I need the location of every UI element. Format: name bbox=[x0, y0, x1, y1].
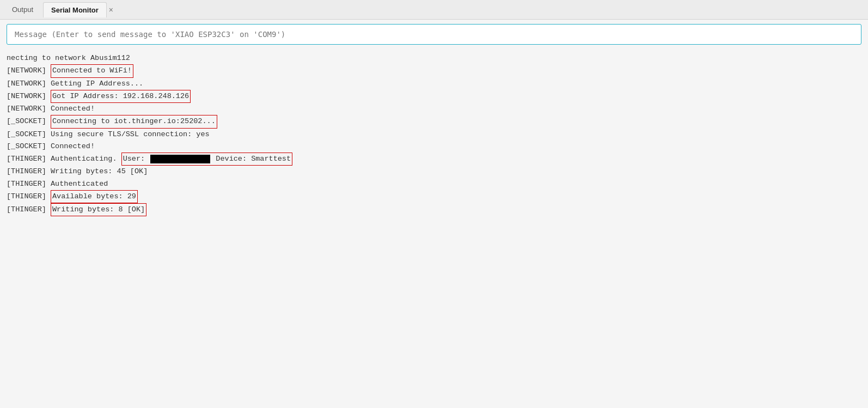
console-line: [NETWORK] Connected! bbox=[7, 103, 861, 115]
tab-output[interactable]: Output bbox=[4, 2, 41, 17]
console-line: [_SOCKET] Using secure TLS/SSL connectio… bbox=[7, 129, 861, 141]
tab-bar: Output Serial Monitor × bbox=[0, 0, 868, 20]
tab-serial-monitor-wrapper: Serial Monitor × bbox=[43, 2, 113, 17]
message-input[interactable] bbox=[7, 24, 861, 45]
highlight-authenticating: User: Device: Smarttest bbox=[121, 153, 292, 166]
console-line: [_SOCKET] Connecting to iot.thinger.io:2… bbox=[7, 115, 861, 128]
console-line: [THINGER] Writing bytes: 45 [OK] bbox=[7, 166, 861, 178]
console-line: necting to network Abusim112 bbox=[7, 52, 861, 64]
console-output: necting to network Abusim112 [NETWORK] C… bbox=[0, 49, 868, 408]
highlight-connecting-socket: Connecting to iot.thinger.io:25202... bbox=[51, 115, 217, 128]
message-input-container bbox=[0, 20, 868, 49]
console-line: [NETWORK] Got IP Address: 192.168.248.12… bbox=[7, 90, 861, 103]
tab-serial-monitor[interactable]: Serial Monitor bbox=[43, 2, 107, 17]
console-line: [THINGER] Authenticating. User: Device: … bbox=[7, 153, 861, 166]
highlight-ip-address: Got IP Address: 192.168.248.126 bbox=[51, 90, 191, 103]
console-line: [_SOCKET] Connected! bbox=[7, 141, 861, 153]
close-tab-icon[interactable]: × bbox=[109, 6, 113, 14]
console-line: [NETWORK] Connected to WiFi! bbox=[7, 64, 861, 77]
highlight-connected-wifi: Connected to WiFi! bbox=[51, 64, 133, 77]
console-line: [NETWORK] Getting IP Address... bbox=[7, 78, 861, 90]
highlight-writing-bytes: Writing bytes: 8 [OK] bbox=[51, 203, 146, 216]
panel-container: Output Serial Monitor × necting to netwo… bbox=[0, 0, 868, 408]
console-line: [THINGER] Available bytes: 29 bbox=[7, 190, 861, 203]
console-line: [THINGER] Authenticated bbox=[7, 178, 861, 190]
redacted-username bbox=[150, 155, 210, 163]
console-line: [THINGER] Writing bytes: 8 [OK] bbox=[7, 203, 861, 216]
highlight-available-bytes: Available bytes: 29 bbox=[51, 190, 138, 203]
